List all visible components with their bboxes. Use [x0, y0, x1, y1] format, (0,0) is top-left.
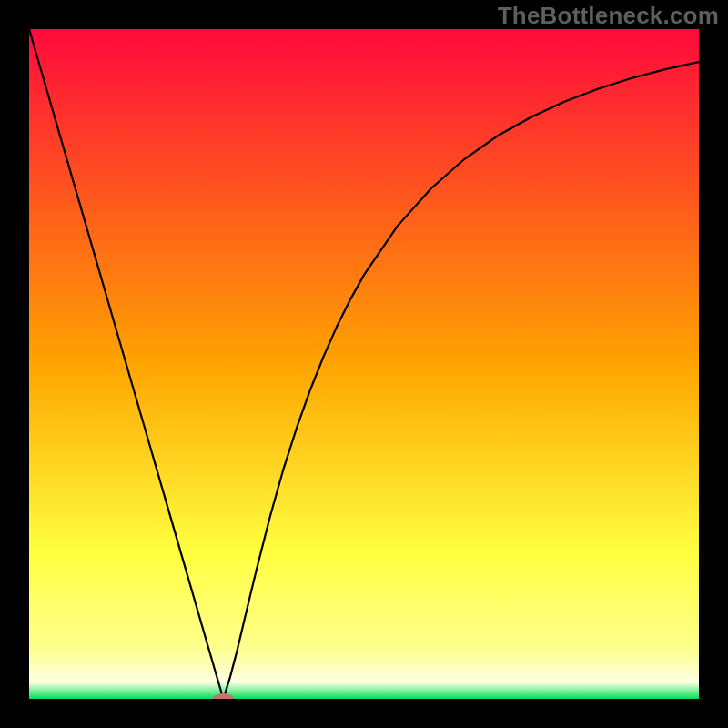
chart-frame: TheBottleneck.com: [0, 0, 728, 728]
chart-svg: [29, 29, 699, 699]
watermark-text: TheBottleneck.com: [498, 2, 719, 30]
chart-plot-area: [29, 29, 699, 699]
chart-background: [29, 29, 699, 699]
